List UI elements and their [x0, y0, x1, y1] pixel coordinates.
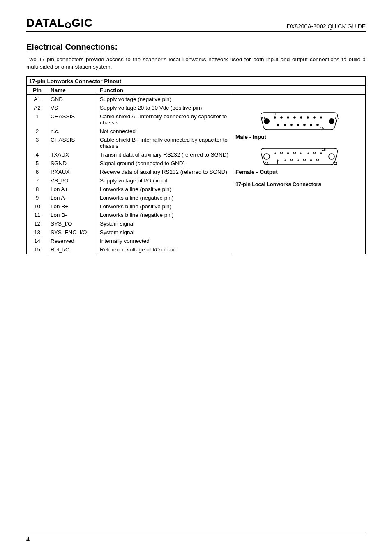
cell-name: Lon B-	[48, 211, 97, 219]
cell-name: Lon B+	[48, 202, 97, 211]
cell-func: Supply voltage (negative pin)	[97, 95, 233, 104]
svg-text:15: 15	[320, 126, 324, 130]
cell-pin: 5	[27, 159, 48, 168]
svg-point-15	[310, 124, 312, 127]
svg-point-22	[329, 154, 334, 159]
cell-name: Lon A-	[48, 193, 97, 202]
cell-pin: 10	[27, 202, 48, 211]
svg-point-32	[284, 159, 286, 161]
cell-name: CHASSIS	[48, 136, 97, 150]
cell-func: Transmit data of auxiliary RS232 (referr…	[97, 150, 233, 159]
pinout-table: 17-pin Lonworks Connector Pinout Pin Nam…	[26, 76, 366, 254]
cell-func: Not connected	[97, 127, 233, 136]
svg-point-11	[284, 124, 286, 127]
svg-point-29	[314, 152, 316, 154]
page-footer: 4	[26, 534, 366, 543]
svg-point-10	[277, 124, 279, 127]
svg-point-37	[317, 159, 319, 161]
cell-pin: 14	[27, 237, 48, 245]
cell-name: n.c.	[48, 127, 97, 136]
table-title: 17-pin Lonworks Connector Pinout	[27, 77, 366, 86]
brand-text-part2: ATAL	[35, 16, 65, 30]
svg-point-1	[329, 118, 334, 124]
connector-diagram-cell: A1 A2 1 15 Male - Input A1 A2	[233, 95, 366, 254]
svg-text:A1: A1	[261, 116, 265, 120]
cell-pin: 4	[27, 150, 48, 159]
cell-name: SGND	[48, 159, 97, 168]
cell-name: Ref_I/O	[48, 245, 97, 254]
cell-func: Cable shield B - internally connected by…	[97, 136, 233, 150]
cell-pin: 13	[27, 228, 48, 237]
cell-pin: A2	[27, 104, 48, 112]
cell-pin: 9	[27, 193, 48, 202]
page-number: 4	[26, 536, 30, 543]
cell-pin: 2	[27, 127, 48, 136]
cell-pin: 11	[27, 211, 48, 219]
svg-point-33	[291, 159, 293, 161]
svg-text:A2: A2	[335, 116, 340, 120]
cell-pin: 8	[27, 185, 48, 193]
connector-sublabel: 17-pin Local Lonworks Connectors	[235, 182, 363, 187]
cell-pin: 6	[27, 168, 48, 176]
cell-func: System signal	[97, 219, 233, 228]
cell-name: Lon A+	[48, 185, 97, 193]
svg-point-36	[310, 159, 312, 161]
cell-name: VS_I/O	[48, 176, 97, 185]
cell-func: Lonworks b line (negative pin)	[97, 211, 233, 219]
brand-text-part1: D	[26, 16, 35, 30]
cell-func: Lonworks a line (positive pin)	[97, 185, 233, 193]
svg-point-23	[274, 152, 276, 154]
cell-name: TXAUX	[48, 150, 97, 159]
svg-text:A2: A2	[332, 161, 337, 166]
header-subtitle: DX8200A-3002 QUICK GUIDE	[287, 23, 366, 30]
cell-name: VS	[48, 104, 97, 112]
svg-point-14	[303, 124, 306, 127]
brand-o-icon	[65, 22, 71, 28]
cell-pin: A1	[27, 95, 48, 104]
svg-point-21	[264, 154, 270, 159]
cell-func: Supply voltage of I/O circuit	[97, 176, 233, 185]
cell-pin: 1	[27, 112, 48, 127]
cell-name: SYS_ENC_I/O	[48, 228, 97, 237]
col-header-function: Function	[97, 86, 366, 95]
cell-func: System signal	[97, 228, 233, 237]
male-connector-icon: A1 A2 1 15	[256, 110, 342, 131]
svg-point-4	[287, 117, 289, 119]
cell-pin: 3	[27, 136, 48, 150]
svg-point-12	[290, 124, 293, 127]
svg-point-6	[300, 117, 302, 119]
svg-point-34	[297, 159, 299, 161]
cell-name: RXAUX	[48, 168, 97, 176]
svg-point-2	[274, 117, 276, 119]
cell-func: Supply voltage 20 to 30 Vdc (positive pi…	[97, 104, 233, 112]
brand-logo: DATALGIC	[26, 16, 93, 30]
section-heading: Electrical Connections:	[26, 42, 366, 52]
cell-pin: 15	[27, 245, 48, 254]
female-connector-label: Female - Output	[235, 169, 363, 175]
svg-point-16	[316, 124, 319, 127]
svg-text:15: 15	[322, 147, 326, 152]
svg-point-25	[287, 152, 289, 154]
svg-point-9	[320, 117, 322, 119]
cell-pin: 7	[27, 176, 48, 185]
cell-func: Internally connected	[97, 237, 233, 245]
female-connector-icon: A1 A2 1 15	[256, 146, 342, 166]
cell-func: Lonworks b line (positive pin)	[97, 202, 233, 211]
svg-point-30	[320, 152, 322, 154]
cell-func: Receive data of auxiliary RS232 (referre…	[97, 168, 233, 176]
cell-pin: 12	[27, 219, 48, 228]
svg-point-28	[307, 152, 309, 154]
svg-text:1: 1	[274, 112, 276, 116]
brand-text-part3: GIC	[71, 16, 92, 30]
svg-point-24	[281, 152, 283, 154]
cell-name: SYS_I/O	[48, 219, 97, 228]
svg-point-5	[293, 117, 296, 119]
svg-text:A1: A1	[264, 161, 269, 166]
svg-point-27	[300, 152, 302, 154]
cell-name: Reserved	[48, 237, 97, 245]
svg-point-26	[294, 152, 296, 154]
header-bar: DATALGIC DX8200A-3002 QUICK GUIDE	[26, 16, 366, 32]
cell-func: Signal ground (connected to GND)	[97, 159, 233, 168]
cell-func: Lonworks a line (negative pin)	[97, 193, 233, 202]
svg-point-35	[304, 159, 306, 161]
